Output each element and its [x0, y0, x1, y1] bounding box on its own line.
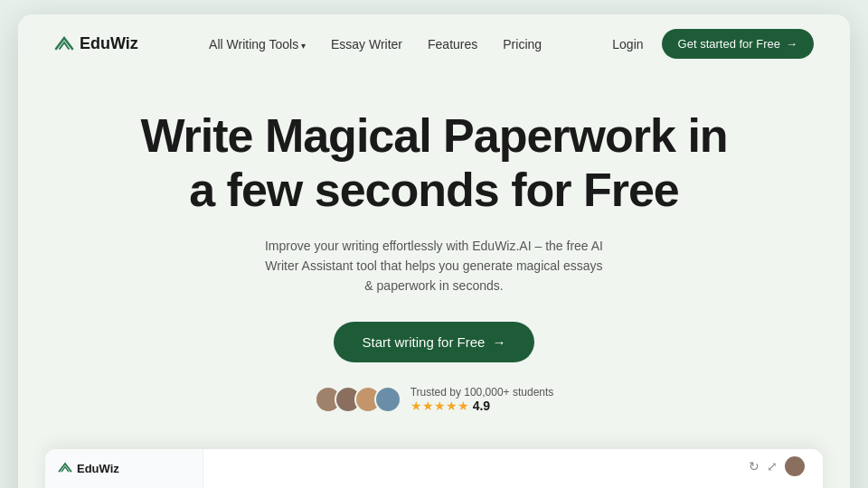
user-avatar[interactable]	[785, 456, 805, 476]
rating-value: 4.9	[473, 399, 490, 413]
app-top-bar: ↻ ⤢	[203, 449, 823, 476]
star-rating: ★★★★★	[410, 399, 469, 413]
nav-item-pricing[interactable]: Pricing	[503, 36, 542, 52]
hero-heading: Write Magical Paperwork in a few seconds…	[54, 109, 814, 218]
expand-icon[interactable]: ⤢	[767, 459, 778, 474]
app-logo: EduWiz	[58, 462, 190, 475]
nav-cta-button[interactable]: Get started for Free →	[662, 29, 814, 59]
logo-icon	[54, 36, 74, 52]
navbar: EduWiz All Writing Tools Essay Writer Fe…	[18, 14, 850, 73]
logo[interactable]: EduWiz	[54, 34, 138, 53]
nav-right: Login Get started for Free →	[612, 29, 814, 59]
trust-info: Trusted by 100,000+ students ★★★★★ 4.9	[410, 386, 554, 413]
app-preview: EduWiz 🏠 Main Dashboard ✏️ Essay Writer …	[45, 449, 823, 488]
app-sidebar: EduWiz 🏠 Main Dashboard ✏️ Essay Writer …	[45, 449, 203, 488]
app-logo-icon	[58, 462, 72, 474]
refresh-icon[interactable]: ↻	[749, 459, 760, 474]
nav-item-writing-tools[interactable]: All Writing Tools	[209, 36, 306, 52]
nav-links: All Writing Tools Essay Writer Features …	[209, 36, 542, 52]
login-link[interactable]: Login	[612, 37, 643, 52]
avatar-group	[315, 386, 401, 413]
nav-item-features[interactable]: Features	[428, 36, 477, 52]
hero-cta-button[interactable]: Start writing for Free →	[334, 322, 535, 362]
app-main-content: Pages / My Documents / Project one Proje…	[203, 476, 823, 488]
avatar	[374, 386, 401, 413]
app-main-wrapper: ↻ ⤢ Pages / My Documents / Project one P…	[203, 449, 823, 488]
trust-row: Trusted by 100,000+ students ★★★★★ 4.9	[54, 386, 814, 413]
hero-section: Write Magical Paperwork in a few seconds…	[18, 73, 850, 440]
nav-item-essay-writer[interactable]: Essay Writer	[331, 36, 402, 52]
hero-subtext: Improve your writing effortlessly with E…	[262, 236, 606, 296]
